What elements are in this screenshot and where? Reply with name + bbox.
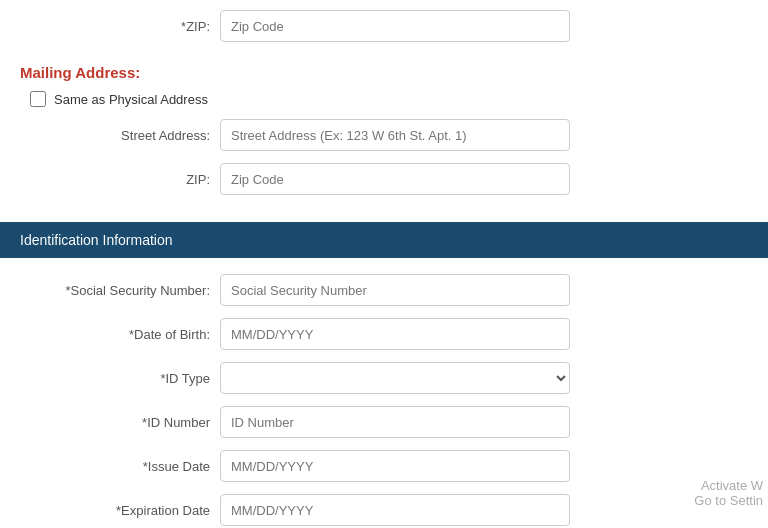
identification-section: Identification Information *Social Secur…: [0, 222, 768, 528]
top-zip-row: *ZIP:: [0, 10, 768, 42]
id-number-input[interactable]: [220, 406, 570, 438]
id-type-select[interactable]: [220, 362, 570, 394]
ssn-label: *Social Security Number:: [20, 283, 220, 298]
same-as-physical-row: Same as Physical Address: [20, 91, 748, 107]
expiration-date-label: *Expiration Date: [20, 503, 220, 518]
identification-header: Identification Information: [0, 222, 768, 258]
same-as-physical-label: Same as Physical Address: [54, 92, 208, 107]
issue-date-input[interactable]: [220, 450, 570, 482]
mailing-zip-input[interactable]: [220, 163, 570, 195]
same-as-physical-checkbox[interactable]: [30, 91, 46, 107]
mailing-street-label: Street Address:: [20, 128, 220, 143]
id-number-label: *ID Number: [20, 415, 220, 430]
mailing-address-title: Mailing Address:: [20, 64, 748, 81]
issue-date-label: *Issue Date: [20, 459, 220, 474]
mailing-street-row: Street Address:: [20, 119, 748, 151]
dob-input[interactable]: [220, 318, 570, 350]
top-zip-label: *ZIP:: [20, 19, 220, 34]
identification-fields: *Social Security Number: *Date of Birth:…: [0, 274, 768, 528]
mailing-address-section: Mailing Address: Same as Physical Addres…: [0, 54, 768, 222]
issue-date-row: *Issue Date: [20, 450, 748, 482]
id-type-label: *ID Type: [20, 371, 220, 386]
mailing-street-input[interactable]: [220, 119, 570, 151]
expiration-date-input[interactable]: [220, 494, 570, 526]
mailing-zip-label: ZIP:: [20, 172, 220, 187]
mailing-zip-row: ZIP:: [20, 163, 748, 195]
top-zip-input[interactable]: [220, 10, 570, 42]
expiration-date-row: *Expiration Date: [20, 494, 748, 526]
page-wrapper: *ZIP: Mailing Address: Same as Physical …: [0, 0, 768, 528]
ssn-input[interactable]: [220, 274, 570, 306]
id-number-row: *ID Number: [20, 406, 748, 438]
ssn-row: *Social Security Number:: [20, 274, 748, 306]
activate-watermark: Activate W Go to Settin: [694, 478, 768, 508]
dob-row: *Date of Birth:: [20, 318, 748, 350]
dob-label: *Date of Birth:: [20, 327, 220, 342]
id-type-row: *ID Type: [20, 362, 748, 394]
